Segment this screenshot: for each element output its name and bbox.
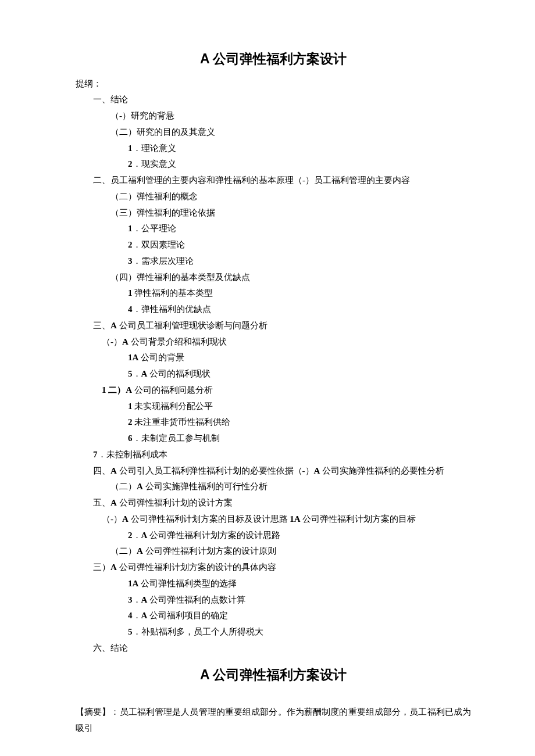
outline-item: （-）A 公司背景介绍和福利现状 [76,334,471,350]
item-number: 1 二） [102,385,126,395]
item-text: ．弹性福利的优缺点 [133,304,211,314]
outline-item: （三）弹性福利的理论依据 [76,205,471,221]
item-text: 公司弹性福利计划方案的目标 [301,514,416,524]
outline-item: 五、A 公司弹性福利计划的设计方案 [76,495,471,511]
item-text: 公司实施弹性福利的必要性分析 [320,466,444,475]
item-text: 公司弹性福利计划方案的设计思路 [147,531,280,540]
item-text: ．需求层次理论 [133,256,194,266]
outline-item: （二）A 公司实施弹性福利的可行性分析 [76,479,471,495]
item-number: 6 [128,433,133,443]
item-number: 2 [128,531,133,540]
outline-label: 提纲： [76,76,471,92]
document-title-secondary: A 公司弹性福利方案设计 [76,662,471,687]
item-text: （二） [110,546,137,556]
outline-item: 三、A 公司员工福利管理现状诊断与问题分析 [76,318,471,334]
item-latin: A [314,466,320,475]
item-number: 2 [128,417,133,427]
item-latin: A [141,531,148,540]
item-text: ． [133,531,141,540]
item-text: ．补贴福利多，员工个人所得税大 [133,627,263,636]
outline-item: （二）A 公司弹性福利计划方案的设计原则 [76,543,471,560]
outline-item: 3．需求层次理论 [76,253,471,270]
item-number: 5 [128,369,133,378]
item-number: 3 [128,595,133,604]
outline-item: （四）弹性福利的基本类型及优缺点 [76,270,471,286]
outline-item: 二、员工福利管理的主要内容和弹性福利的基本原理（-）员工福利管理的主要内容 [76,173,471,189]
item-number: 2 [128,240,133,249]
outline-item: 1 二）A 公司的福利问题分析 [76,382,471,399]
outline-item: 4．A 公司福利项目的确定 [76,608,471,624]
item-number: 1 [128,402,133,411]
item-text: 公司的福利现状 [147,369,211,378]
item-latin: A [122,514,129,524]
item-text: 公司弹性福利计划方案的设计原则 [143,546,276,556]
outline-item: 2．双因素理论 [76,237,471,253]
outline-item: 1．理论意义 [76,141,471,157]
outline-item: 1A 公司的背景 [76,350,471,366]
item-latin: A [137,546,143,556]
item-text: 公司弹性福利计划的设计方案 [117,498,233,507]
outline-item: 5．A 公司的福利现状 [76,366,471,382]
item-latin: A [110,321,117,330]
item-text: （二） [110,482,137,491]
item-text: ．双因素理论 [133,240,185,249]
item-text: 三） [93,562,110,572]
item-text: 公司的福利问题分析 [132,385,213,395]
item-number: 1 [128,288,133,298]
item-number: 2 [128,159,133,169]
item-text: 公司背景介绍和福利现状 [129,337,227,346]
item-text: ．未控制福利成本 [98,450,167,459]
item-text: 公司弹性福利的点数计算 [147,595,245,604]
item-number: 3 [128,256,133,266]
outline-item: 1 未实现福利分配公平 [76,399,471,415]
item-text: 三、 [93,321,110,330]
item-text: ．公平理论 [133,224,176,233]
outline-item: 6．未制定员工参与机制 [76,431,471,447]
item-number: 1 [128,144,133,153]
outline-item: （-）A 公司弹性福利计划方案的目标及设计思路 1A 公司弹性福利计划方案的目标 [76,511,471,528]
item-latin: A [110,466,117,475]
item-text: 公司实施弹性福利的可行性分析 [143,482,268,491]
item-number: 1A [290,514,300,524]
outline-item: （-）研究的背悬 [76,108,471,124]
item-text: （-） [102,514,122,524]
item-latin: A [126,385,132,395]
item-number: 5 [128,627,133,636]
item-text: ．现实意义 [133,159,176,169]
abstract-paragraph: 【摘要】：员工福利管理是人员管理的重要组成部分。作为薪酬制度的重要组成部分，员工… [76,704,471,737]
item-text: ．理论意义 [133,144,176,153]
outline-item: （二）弹性福利的概念 [76,189,471,205]
outline-item: 1．公平理论 [76,221,471,237]
item-number: 1A [128,353,138,362]
item-text: 五、 [93,498,110,507]
item-latin: A [141,595,148,604]
item-latin: A [141,369,148,378]
outline-item: 三）A 公司弹性福利计划方案的设计的具体内容 [76,560,471,576]
item-text: 未注重非货币性福利供给 [133,417,231,427]
item-text: ． [133,611,141,620]
item-latin: A [137,482,143,491]
item-number: 4 [128,304,133,314]
item-text: 公司弹性福利类型的选择 [138,579,237,588]
outline-item: 3．A 公司弹性福利的点数计算 [76,592,471,608]
outline-item: 六、结论 [76,640,471,657]
item-number: 7 [93,450,98,459]
item-text: 公司的背景 [138,353,184,362]
item-text: 弹性福利的基本类型 [133,288,213,298]
item-text: 公司员工福利管理现状诊断与问题分析 [117,321,268,330]
item-latin: A [122,337,129,346]
outline-item: 4．弹性福利的优缺点 [76,302,471,318]
outline-item: 一、结论 [76,92,471,108]
item-text: 四、 [93,466,110,475]
item-number: 4 [128,611,133,620]
item-text: 公司引入员工福利弹性福利计划的必要性依据（-） [117,466,314,475]
item-number: 1A [128,579,138,588]
item-number: 1 [128,224,133,233]
item-latin: A [110,562,117,572]
item-text: 未实现福利分配公平 [133,402,213,411]
item-latin: A [141,611,148,620]
outline-item: 1 弹性福利的基本类型 [76,285,471,302]
outline-item: 2．A 公司弹性福利计划方案的设计思路 [76,528,471,544]
document-title: A 公司弹性福利方案设计 [76,46,471,71]
item-text: （-） [102,337,122,346]
